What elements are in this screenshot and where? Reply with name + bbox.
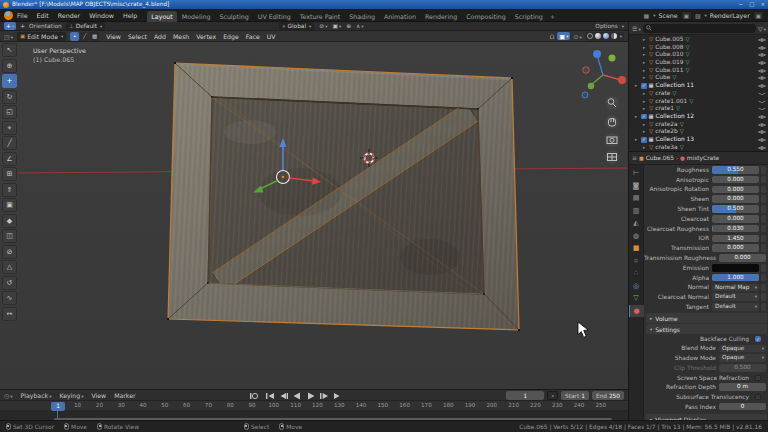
inset-tool[interactable]: ▣ — [2, 198, 17, 212]
tab-animation[interactable]: Animation — [380, 11, 420, 22]
proportional-edit-icon[interactable]: ⊕ — [346, 23, 351, 29]
tab-sculpting[interactable]: Sculpting — [215, 11, 252, 22]
timeline-menu-playback[interactable]: Playback▾ — [21, 392, 52, 399]
animate-dot-button[interactable] — [761, 215, 766, 223]
eye-open-icon[interactable] — [758, 68, 766, 74]
outliner-row-crate1-001[interactable]: ▸▽crate1.001▽ — [629, 98, 768, 106]
crate-mesh[interactable] — [160, 57, 530, 337]
falloff-icon[interactable]: ∧▾ — [356, 23, 364, 29]
timeline-menu-marker[interactable]: Marker — [114, 392, 135, 399]
expand-arrow-icon[interactable]: ▸ — [643, 51, 647, 59]
eye-open-icon[interactable] — [758, 75, 766, 81]
expand-arrow-icon[interactable]: ▸ — [643, 90, 647, 98]
current-frame-field[interactable]: 1 — [506, 391, 544, 400]
animate-dot-button[interactable] — [761, 293, 766, 301]
tab-layout[interactable]: Layout — [147, 11, 176, 22]
loop-cut-tool[interactable]: ◫ — [2, 229, 17, 243]
knife-tool[interactable]: ⊘ — [2, 245, 17, 259]
visibility-toggle[interactable] — [758, 145, 766, 152]
world-tab[interactable]: ◍ — [629, 230, 644, 243]
bevel-tool[interactable]: ◆ — [2, 214, 17, 228]
viewport-menu-mesh[interactable]: Mesh — [173, 33, 189, 40]
outliner-row-cube-008[interactable]: ▸▽Cube.008▽ — [629, 44, 768, 52]
animate-dot-button[interactable] — [761, 264, 766, 272]
expand-arrow-icon[interactable]: ▸ — [643, 44, 647, 52]
checkbox-subsurface-translucency[interactable] — [755, 394, 761, 400]
magnet-snap-icon[interactable]: Ω — [550, 33, 555, 40]
color-swatch-emission[interactable] — [712, 264, 759, 272]
viewport-menu-uv[interactable]: UV — [267, 33, 276, 40]
particles-tab[interactable]: ∴ — [629, 267, 644, 280]
smooth-tool[interactable]: ∿ — [2, 291, 17, 305]
viewport-menu-add[interactable]: Add — [154, 33, 166, 40]
zoom-button[interactable] — [605, 96, 619, 110]
move-tool[interactable]: + — [2, 74, 17, 88]
menu-edit[interactable]: Edit — [37, 12, 49, 19]
start-frame-field[interactable]: Start1 — [561, 391, 589, 400]
poly-build-tool[interactable]: △ — [2, 260, 17, 274]
outliner-row-cube-005[interactable]: ▸▽Cube.005▽ — [629, 36, 768, 44]
outliner-row-crate[interactable]: ▸▽crate▽ — [629, 90, 768, 98]
scene-tab[interactable]: ◭ — [629, 217, 644, 230]
transform-space-dropdown[interactable]: ⌖ Global▾ — [279, 22, 314, 30]
expand-arrow-icon[interactable]: ▸ — [643, 74, 647, 82]
menu-file[interactable]: File — [17, 12, 28, 19]
edge-select-button[interactable]: ╱ — [80, 32, 89, 41]
slider-sheen-tint[interactable]: 0.500 — [712, 205, 759, 213]
timeline-menu-view[interactable]: View — [91, 392, 106, 399]
animate-dot-button[interactable] — [761, 235, 766, 243]
volume-section-header[interactable]: ▸Volume — [646, 313, 767, 323]
dropdown-clearcoat-normal[interactable]: Default▾ — [712, 293, 759, 301]
render-tab[interactable]: ◙ — [629, 180, 644, 193]
shading-dropdown-icon[interactable]: ▾ — [620, 34, 622, 39]
scale-tool[interactable]: ◱ — [2, 105, 17, 119]
tab-uv-editing[interactable]: UV Editing — [254, 11, 295, 22]
menu-help[interactable]: Help — [123, 12, 137, 19]
slider-ior[interactable]: 1.450 — [712, 235, 759, 243]
checkbox-screen-space-refraction[interactable] — [755, 375, 761, 381]
mode-dropdown[interactable]: ▣ Edit Mode▾ — [17, 32, 66, 41]
animate-dot-button[interactable] — [761, 166, 766, 174]
outliner-row-collection-12[interactable]: ▸✓▦Collection 12 — [629, 113, 768, 121]
eye-open-icon[interactable] — [758, 137, 766, 143]
end-frame-field[interactable]: End250 — [592, 391, 624, 400]
properties-editor-icon[interactable]: ≡ — [632, 155, 637, 161]
view-layer-tab[interactable]: ▥ — [629, 205, 644, 218]
outliner-row-crate2b[interactable]: ▸▽crate2b▽ — [629, 128, 768, 136]
physics-tab[interactable]: ◎ — [629, 280, 644, 293]
animate-dot-button[interactable] — [761, 244, 766, 252]
animate-dot-button[interactable] — [761, 284, 766, 292]
viewport[interactable]: User Perspective (1) Cube.065 ↖⊕+↻◱⌖╱∠⊞⇑… — [0, 42, 628, 389]
vertex-select-button[interactable]: ∙ — [70, 32, 79, 41]
animate-dot-button[interactable] — [761, 176, 766, 184]
maximize-button[interactable]: □ — [749, 0, 754, 9]
slider-clearcoat-roughness[interactable]: 0.030 — [712, 225, 759, 233]
outliner-row-crate1[interactable]: ▸▽crate1▽ — [629, 105, 768, 113]
checkbox-backface-culling[interactable]: ✓ — [755, 336, 761, 342]
orientation-dropdown[interactable]: ⊥ Default▾ — [66, 22, 106, 30]
timeline-ruler[interactable]: 1 11020304050607080901001101201301401501… — [0, 401, 628, 411]
snap-mode-icon[interactable]: ▣▾ — [557, 32, 570, 40]
breadcrumb-object[interactable]: Cube.065 — [646, 155, 674, 161]
scene-name[interactable]: Scene — [658, 12, 677, 19]
output-tab[interactable]: ▤ — [629, 192, 644, 205]
tab-scripting[interactable]: Scripting — [511, 11, 547, 22]
annotate-tool[interactable]: ╱ — [2, 136, 17, 150]
menu-render[interactable]: Render — [58, 12, 80, 19]
wireframe-shading-icon[interactable] — [587, 33, 593, 39]
viewport-menu-face[interactable]: Face — [246, 33, 260, 40]
expand-arrow-icon[interactable]: ▸ — [643, 67, 647, 75]
expand-arrow-icon[interactable]: ▸ — [643, 36, 647, 44]
dropdown-tangent[interactable]: Default▾ — [712, 303, 759, 311]
dropdown-normal[interactable]: Normal Map▾ — [712, 284, 759, 292]
proportional-editing-icon[interactable]: ⊙▾ — [573, 33, 581, 40]
pivot-point-icon[interactable]: ⊘▾ — [319, 23, 327, 29]
transform-tool[interactable]: ⌖ — [2, 121, 17, 135]
collection-checkbox[interactable]: ✓ — [641, 137, 647, 143]
modifiers-tab[interactable]: ⌗ — [629, 255, 644, 268]
tab-texture-paint[interactable]: Texture Paint — [296, 11, 345, 22]
menu-window[interactable]: Window — [89, 12, 114, 19]
tool-tab[interactable]: ⊢ — [629, 167, 644, 180]
options-dropdown[interactable]: Options▾ — [595, 23, 624, 29]
animate-dot-button[interactable] — [761, 303, 766, 311]
